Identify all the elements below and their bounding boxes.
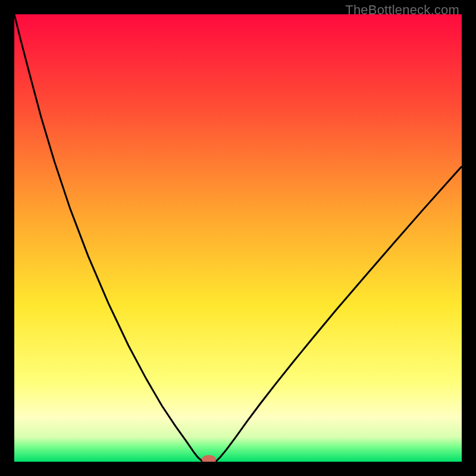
watermark-label: TheBottleneck.com	[345, 2, 459, 18]
chart-frame	[14, 14, 462, 462]
bottleneck-chart	[14, 14, 462, 462]
